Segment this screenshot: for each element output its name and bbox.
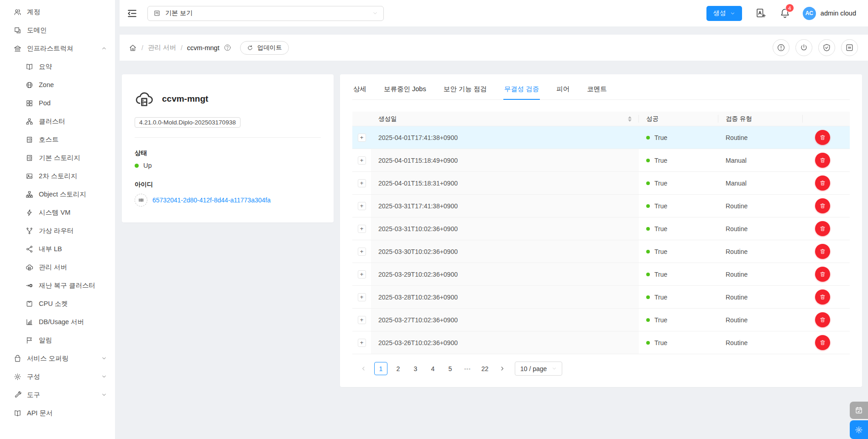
sidebar-item[interactable]: 알림: [0, 331, 115, 349]
barcode-icon[interactable]: [135, 194, 147, 207]
sidebar-item[interactable]: 클러스터: [0, 112, 115, 130]
sidebar-item[interactable]: Zone: [0, 76, 115, 94]
chevron-down-icon[interactable]: [101, 356, 107, 361]
sidebar-item[interactable]: 계정: [0, 3, 115, 21]
tab[interactable]: 코멘트: [586, 80, 608, 99]
page-button[interactable]: 2: [392, 362, 405, 375]
sidebar-item[interactable]: 도메인: [0, 21, 115, 39]
picture-icon: [26, 172, 33, 180]
delete-button[interactable]: [815, 153, 830, 168]
table-row: +2025-03-26T10:02:36+0900TrueRoutine: [352, 331, 850, 354]
question-circle-icon[interactable]: [224, 44, 231, 52]
chevron-up-icon[interactable]: [101, 46, 107, 51]
sidebar-item[interactable]: 내부 LB: [0, 240, 115, 258]
sidebar-item[interactable]: 호스트: [0, 130, 115, 149]
page-button[interactable]: 3: [409, 362, 422, 375]
update-button[interactable]: 업데이트: [240, 41, 289, 55]
sidebar-item[interactable]: 시스템 VM: [0, 203, 115, 222]
tab[interactable]: 보안 기능 점검: [443, 80, 488, 99]
actions-cell: [803, 217, 850, 240]
translate-icon[interactable]: [755, 8, 766, 19]
sidebar-item[interactable]: 2차 스토리지: [0, 167, 115, 185]
next-page-button[interactable]: [496, 362, 509, 375]
sidebar-item[interactable]: 가상 라우터: [0, 222, 115, 240]
sidebar-item[interactable]: 인프라스트럭쳐: [0, 39, 115, 57]
tab[interactable]: 피어: [555, 80, 570, 99]
sidebar-item[interactable]: 재난 복구 클러스터: [0, 276, 115, 294]
create-button[interactable]: 생성: [706, 6, 742, 21]
table-header: 생성일 성공 검증 유형: [352, 112, 850, 126]
tab[interactable]: 보류중인 Jobs: [383, 80, 427, 99]
notification-bell-icon[interactable]: 4: [779, 8, 790, 19]
chevron-down-icon[interactable]: [101, 374, 107, 379]
menu-fold-icon[interactable]: [126, 8, 138, 19]
sidebar-item[interactable]: CPU 소켓: [0, 294, 115, 313]
page-ellipsis[interactable]: •••: [461, 362, 474, 375]
server-icon: [26, 136, 33, 144]
cloud-server-icon: [135, 89, 154, 108]
chevron-down-icon[interactable]: [101, 392, 107, 398]
column-header-created[interactable]: 생성일: [371, 112, 639, 126]
resource-id-link[interactable]: 65732041-2d80-412f-8d44-a11773a304fa: [152, 196, 271, 204]
expand-row-button[interactable]: +: [358, 134, 366, 142]
top-header: 기본 보기 생성 4 AC admin cloud: [120, 0, 868, 26]
delete-button[interactable]: [815, 244, 830, 259]
expand-row-button[interactable]: +: [358, 339, 366, 347]
page-button[interactable]: 4: [426, 362, 439, 375]
tab-active[interactable]: 무결성 검증: [503, 80, 540, 99]
sidebar-item[interactable]: 기본 스토리지: [0, 149, 115, 167]
expand-row-button[interactable]: +: [358, 179, 366, 187]
expand-row-button[interactable]: +: [358, 248, 366, 256]
page-size-select[interactable]: 10 / page: [515, 362, 562, 376]
delete-button[interactable]: [815, 312, 830, 327]
sidebar-item[interactable]: 서비스 오퍼링: [0, 349, 115, 367]
page-button[interactable]: 5: [444, 362, 457, 375]
sidebar-menu: 계정도메인인프라스트럭쳐요약ZonePod클러스터호스트기본 스토리지2차 스토…: [0, 3, 115, 422]
prev-page-button[interactable]: [357, 362, 370, 375]
settings-button[interactable]: [850, 420, 868, 439]
expand-row-button[interactable]: +: [358, 156, 366, 165]
expand-row-button[interactable]: +: [358, 225, 366, 233]
tab-bar: 상세보류중인 Jobs보안 기능 점검무결성 검증피어코멘트: [352, 74, 850, 100]
page-button[interactable]: 1: [374, 362, 387, 375]
breadcrumb-section[interactable]: 관리 서버: [148, 43, 176, 52]
event-timeline-button[interactable]: [850, 402, 868, 419]
sidebar-item[interactable]: DB/Usage 서버: [0, 313, 115, 331]
sidebar-item[interactable]: Object 스토리지: [0, 185, 115, 203]
expand-row-button[interactable]: +: [358, 293, 366, 301]
delete-button[interactable]: [815, 198, 830, 213]
delete-button[interactable]: [815, 335, 830, 350]
sidebar-item[interactable]: 요약: [0, 57, 115, 76]
detail-panel: 상세보류중인 Jobs보안 기능 점검무결성 검증피어코멘트 생성일 성공 검증…: [340, 74, 862, 387]
sidebar-item[interactable]: 구성: [0, 367, 115, 386]
success-value: True: [654, 271, 667, 278]
delete-button[interactable]: [815, 267, 830, 282]
sidebar-item[interactable]: Pod: [0, 94, 115, 112]
expand-column-header: [352, 112, 371, 126]
page-button[interactable]: 22: [478, 362, 492, 375]
expand-row-button[interactable]: +: [358, 316, 366, 324]
server-icon: [26, 154, 33, 162]
page-size-value: 10 / page: [520, 365, 547, 372]
avatar[interactable]: AC: [803, 7, 816, 20]
expand-row-button[interactable]: +: [358, 202, 366, 210]
view-select[interactable]: 기본 보기: [147, 6, 384, 21]
power-button[interactable]: [795, 39, 812, 56]
expand-row-button[interactable]: +: [358, 270, 366, 279]
tab[interactable]: 상세: [352, 80, 367, 99]
report-issue-button[interactable]: [773, 39, 790, 56]
sidebar-item[interactable]: 도구: [0, 386, 115, 404]
created-value: 2025-04-01T17:41:38+0900: [378, 134, 458, 141]
delete-button[interactable]: [815, 176, 830, 191]
chevron-right-icon: [499, 366, 505, 372]
sidebar-item[interactable]: 관리 서버: [0, 258, 115, 276]
delete-button[interactable]: [815, 221, 830, 236]
security-check-button[interactable]: [818, 39, 835, 56]
sorter-icon[interactable]: [628, 116, 632, 122]
console-button[interactable]: [841, 39, 858, 56]
delete-button[interactable]: [815, 130, 830, 145]
home-icon[interactable]: [129, 44, 137, 52]
delete-button[interactable]: [815, 289, 830, 305]
column-title: 생성일: [378, 115, 397, 123]
sidebar-item[interactable]: API 문서: [0, 404, 115, 422]
